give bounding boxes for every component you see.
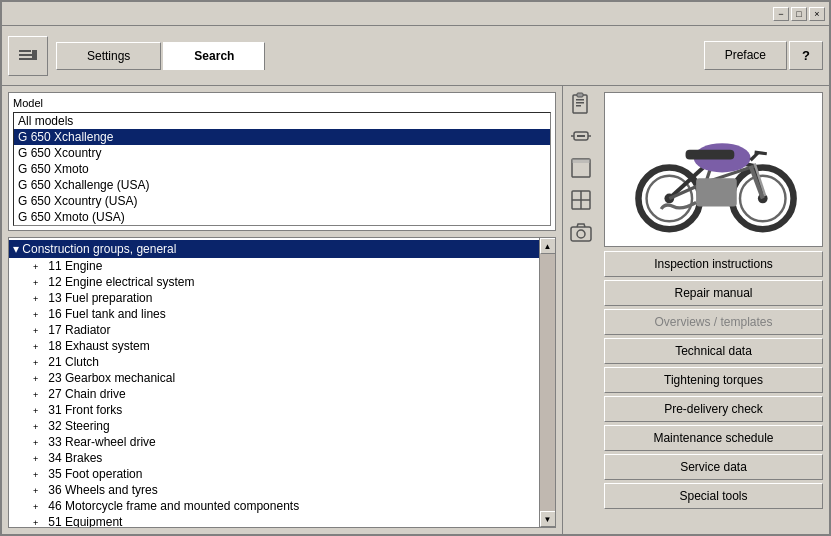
tree-item[interactable]: + 13 Fuel preparation — [29, 290, 539, 306]
tree-item[interactable]: + 18 Exhaust system — [29, 338, 539, 354]
frame-icon[interactable] — [567, 154, 595, 182]
tree-container[interactable]: ▾ Construction groups, general + 11 Engi… — [9, 238, 539, 527]
tree-item[interactable]: + 32 Steering — [29, 418, 539, 434]
svg-point-19 — [577, 230, 585, 238]
model-list-item[interactable]: G 650 Xmoto (USA) — [14, 209, 550, 225]
svg-rect-32 — [696, 178, 737, 206]
svg-rect-10 — [577, 135, 585, 137]
help-button[interactable]: ? — [789, 41, 823, 70]
expand-icon: + — [33, 518, 45, 527]
tree-item[interactable]: + 17 Radiator — [29, 322, 539, 338]
svg-rect-2 — [19, 50, 31, 52]
inspection-button[interactable]: Inspection instructions — [604, 251, 823, 277]
tree-root: ▾ Construction groups, general + 11 Engi… — [9, 238, 539, 527]
tree-item[interactable]: + 33 Rear-wheel drive — [29, 434, 539, 450]
expand-icon: + — [33, 486, 45, 496]
tree-item[interactable]: + 11 Engine — [29, 258, 539, 274]
model-list: All modelsG 650 XchallengeG 650 Xcountry… — [13, 112, 551, 226]
tree-children: + 11 Engine+ 12 Engine electrical system… — [9, 258, 539, 527]
tree-item[interactable]: + 21 Clutch — [29, 354, 539, 370]
svg-line-38 — [754, 152, 766, 154]
expand-icon: + — [33, 390, 45, 400]
svg-rect-3 — [32, 50, 37, 58]
toolbar-home-icon[interactable] — [8, 36, 48, 76]
model-list-item[interactable]: G 650 Xmoto — [14, 161, 550, 177]
main-content: Model All modelsG 650 XchallengeG 650 Xc… — [2, 86, 829, 534]
tools-icon[interactable] — [567, 122, 595, 150]
tree-item[interactable]: + 36 Wheels and tyres — [29, 482, 539, 498]
split-icon[interactable] — [567, 186, 595, 214]
expand-icon: + — [33, 406, 45, 416]
tree-item[interactable]: + 27 Chain drive — [29, 386, 539, 402]
tree-item[interactable]: + 12 Engine electrical system — [29, 274, 539, 290]
expand-icon: + — [33, 374, 45, 384]
expand-icon: + — [33, 502, 45, 512]
tab-group: Settings Search — [56, 42, 704, 70]
svg-rect-18 — [571, 227, 591, 241]
tree-area: ▾ Construction groups, general + 11 Engi… — [8, 237, 556, 528]
minimize-button[interactable]: − — [773, 7, 789, 21]
scroll-down-button[interactable]: ▼ — [540, 511, 556, 527]
expand-icon: + — [33, 438, 45, 448]
tab-settings[interactable]: Settings — [56, 42, 161, 70]
close-button[interactable]: × — [809, 7, 825, 21]
group-icon[interactable] — [567, 90, 595, 118]
svg-rect-4 — [573, 95, 587, 113]
expand-icon: + — [33, 422, 45, 432]
tightening-button[interactable]: Tightening torques — [604, 367, 823, 393]
repair-button[interactable]: Repair manual — [604, 280, 823, 306]
maintenance-button[interactable]: Maintenance schedule — [604, 425, 823, 451]
svg-rect-34 — [685, 149, 734, 159]
tree-item[interactable]: + 35 Foot operation — [29, 466, 539, 482]
camera-icon[interactable] — [567, 218, 595, 246]
tree-item[interactable]: + 16 Fuel tank and lines — [29, 306, 539, 322]
main-window: − □ × Settings Search Preface ? — [0, 0, 831, 536]
svg-rect-0 — [19, 58, 37, 60]
predelivery-button[interactable]: Pre-delivery check — [604, 396, 823, 422]
expand-icon: + — [33, 294, 45, 304]
expand-icon: + — [33, 342, 45, 352]
left-panel: Model All modelsG 650 XchallengeG 650 Xc… — [2, 86, 562, 534]
scroll-up-button[interactable]: ▲ — [540, 238, 556, 254]
title-bar: − □ × — [2, 2, 829, 26]
bike-image — [604, 92, 823, 247]
scroll-track[interactable] — [540, 254, 555, 511]
maximize-button[interactable]: □ — [791, 7, 807, 21]
preface-button[interactable]: Preface — [704, 41, 787, 70]
svg-rect-5 — [576, 99, 584, 101]
model-list-item[interactable]: G 650 Xchallenge (USA) — [14, 177, 550, 193]
model-list-item[interactable]: G 650 Xcountry (USA) — [14, 193, 550, 209]
model-list-item[interactable]: G 650 Xcountry — [14, 145, 550, 161]
special-button[interactable]: Special tools — [604, 483, 823, 509]
tab-search[interactable]: Search — [163, 42, 265, 70]
right-tabs: Preface ? — [704, 41, 823, 70]
tree-item[interactable]: + 46 Motorcycle frame and mounted compon… — [29, 498, 539, 514]
expand-icon: + — [33, 310, 45, 320]
svg-rect-6 — [576, 102, 584, 104]
tree-item[interactable]: + 23 Gearbox mechanical — [29, 370, 539, 386]
svg-rect-8 — [577, 93, 583, 97]
service-button[interactable]: Service data — [604, 454, 823, 480]
tree-root-label: Construction groups, general — [22, 242, 176, 256]
expand-icon: + — [33, 358, 45, 368]
expand-icon: + — [33, 262, 45, 272]
tree-item[interactable]: + 34 Brakes — [29, 450, 539, 466]
tree-scrollbar: ▲ ▼ — [539, 238, 555, 527]
right-panel: Inspection instructionsRepair manualOver… — [598, 86, 829, 534]
tree-item[interactable]: + 31 Front forks — [29, 402, 539, 418]
expand-icon: + — [33, 454, 45, 464]
expand-icon: + — [33, 470, 45, 480]
tree-item[interactable]: + 51 Equipment — [29, 514, 539, 527]
action-buttons: Inspection instructionsRepair manualOver… — [604, 251, 823, 528]
svg-rect-14 — [572, 159, 590, 163]
svg-rect-7 — [576, 105, 581, 107]
technical-button[interactable]: Technical data — [604, 338, 823, 364]
tree-root-item[interactable]: ▾ Construction groups, general — [9, 240, 539, 258]
window-controls: − □ × — [773, 7, 825, 21]
model-label: Model — [13, 97, 551, 109]
toolbar: Settings Search Preface ? — [2, 26, 829, 86]
model-list-item[interactable]: All models — [14, 113, 550, 129]
model-list-item[interactable]: G 650 Xchallenge — [14, 129, 550, 145]
side-icons — [562, 86, 598, 534]
bike-svg — [624, 105, 804, 235]
